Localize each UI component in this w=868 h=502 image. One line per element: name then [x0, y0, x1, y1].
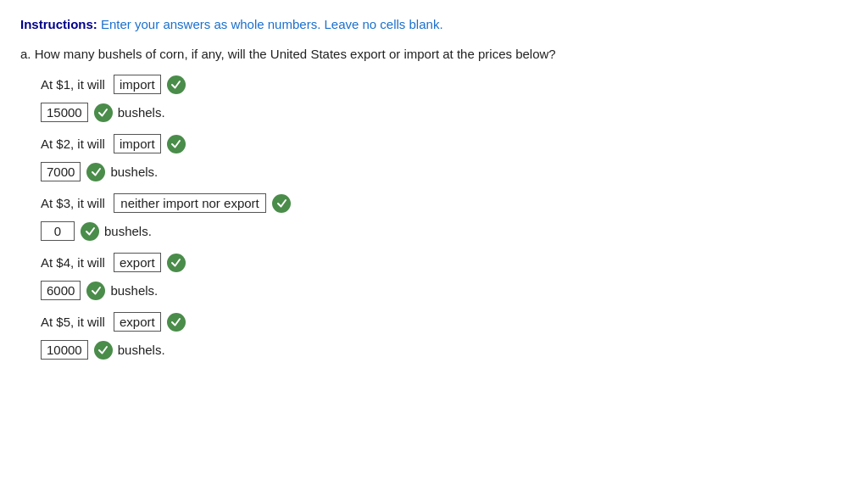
action-box-price-2[interactable]: import — [114, 134, 161, 153]
action-box-price-1[interactable]: import — [114, 75, 161, 94]
check-icon-action-price-5 — [167, 313, 186, 332]
bushels-row-price-5: 10000bushels. — [41, 340, 848, 360]
instructions-block: Instructions: Enter your answers as whol… — [20, 17, 848, 31]
question-label: a. How many bushels of corn, if any, wil… — [20, 47, 848, 61]
bushels-label-price-2: bushels. — [110, 165, 158, 179]
bushels-row-price-2: 7000bushels. — [41, 162, 848, 181]
check-icon-action-price-4 — [167, 254, 186, 272]
check-icon-bushels-price-1 — [94, 103, 113, 122]
check-icon-bushels-price-3 — [81, 222, 99, 241]
bushels-box-price-5[interactable]: 10000 — [41, 340, 88, 360]
action-row-price-4: At $4, it will export — [41, 253, 848, 272]
prefix-price-4: At $4, it will — [41, 255, 108, 270]
check-icon-bushels-price-2 — [86, 163, 105, 181]
bushels-label-price-1: bushels. — [118, 105, 165, 120]
instructions-text: Enter your answers as whole numbers. Lea… — [97, 17, 443, 31]
action-box-price-3[interactable]: neither import nor export — [114, 193, 266, 213]
prefix-price-3: At $3, it will — [41, 196, 108, 210]
action-box-price-4[interactable]: export — [114, 253, 161, 272]
prefix-price-1: At $1, it will — [41, 77, 108, 92]
action-row-price-5: At $5, it will export — [41, 312, 848, 332]
action-row-price-3: At $3, it will neither import nor export — [41, 193, 848, 213]
bushels-box-price-4[interactable]: 6000 — [41, 281, 81, 300]
bushels-label-price-5: bushels. — [118, 343, 165, 357]
prefix-price-2: At $2, it will — [41, 137, 108, 151]
bushels-label-price-3: bushels. — [104, 224, 152, 238]
check-icon-action-price-1 — [167, 75, 186, 94]
bushels-row-price-3: 0bushels. — [41, 221, 848, 241]
check-icon-bushels-price-4 — [86, 282, 105, 300]
action-box-price-5[interactable]: export — [114, 312, 161, 332]
action-row-price-2: At $2, it will import — [41, 134, 848, 153]
action-row-price-1: At $1, it will import — [41, 75, 848, 94]
check-icon-bushels-price-5 — [94, 341, 113, 360]
bushels-label-price-4: bushels. — [110, 283, 158, 298]
check-icon-action-price-2 — [167, 135, 186, 153]
bushels-row-price-4: 6000bushels. — [41, 281, 848, 300]
bushels-row-price-1: 15000bushels. — [41, 103, 848, 122]
instructions-label: Instructions: — [20, 17, 97, 31]
bushels-box-price-3[interactable]: 0 — [41, 221, 75, 241]
prefix-price-5: At $5, it will — [41, 315, 108, 329]
check-icon-action-price-3 — [272, 194, 291, 213]
bushels-box-price-2[interactable]: 7000 — [41, 162, 81, 181]
prices-section: At $1, it will import15000bushels.At $2,… — [41, 75, 848, 360]
bushels-box-price-1[interactable]: 15000 — [41, 103, 88, 122]
